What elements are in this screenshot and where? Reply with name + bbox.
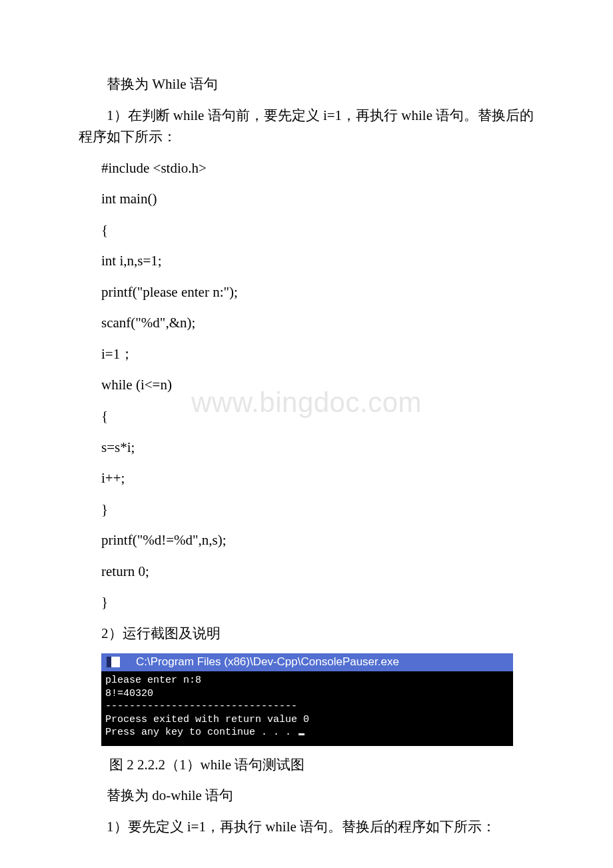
figure-caption: 图 2 2.2.2（1）while 语句测试图 <box>79 754 534 776</box>
document-content: 替换为 While 语句 1）在判断 while 语句前，要先定义 i=1，再执… <box>79 73 534 838</box>
code-line: i++; <box>79 467 534 489</box>
code-line: scanf("%d",&n); <box>79 312 534 334</box>
code-line: } <box>79 499 534 521</box>
code-line: } <box>79 591 534 613</box>
console-icon <box>107 657 120 667</box>
code-line: while (i<=n) <box>79 374 534 396</box>
console-titlebar: C:\Program Files (x86)\Dev-Cpp\ConsolePa… <box>101 653 513 671</box>
code-line: int main() <box>79 188 534 210</box>
console-line: Press any key to continue . . . <box>105 727 297 738</box>
paragraph-dowhile-desc: 1）要先定义 i=1，再执行 while 语句。替换后的程序如下所示： <box>79 816 534 838</box>
paragraph-dowhile-heading: 替换为 do-while 语句 <box>79 785 534 807</box>
console-line: please enter n:8 <box>105 675 201 686</box>
code-line: { <box>79 405 534 427</box>
code-line: printf("please enter n:"); <box>79 281 534 303</box>
code-line: int i,n,s=1; <box>79 250 534 272</box>
cursor-icon <box>299 733 305 735</box>
code-line: return 0; <box>79 561 534 583</box>
paragraph-screenshot-heading: 2）运行截图及说明 <box>79 623 534 645</box>
console-line: -------------------------------- <box>105 701 297 712</box>
console-window: C:\Program Files (x86)\Dev-Cpp\ConsolePa… <box>101 653 513 746</box>
code-line: #include <stdio.h> <box>79 157 534 179</box>
console-title-text: C:\Program Files (x86)\Dev-Cpp\ConsolePa… <box>136 655 399 669</box>
code-line: { <box>79 219 534 241</box>
code-line: s=s*i; <box>79 437 534 459</box>
paragraph-while-heading: 替换为 While 语句 <box>79 73 534 95</box>
code-line: i=1； <box>79 343 534 365</box>
console-line: 8!=40320 <box>105 688 153 699</box>
console-line: Process exited with return value 0 <box>105 714 309 725</box>
code-line: printf("%d!=%d",n,s); <box>79 529 534 551</box>
paragraph-while-desc: 1）在判断 while 语句前，要先定义 i=1，再执行 while 语句。替换… <box>79 105 534 148</box>
console-output: please enter n:8 8!=40320 --------------… <box>101 671 513 746</box>
